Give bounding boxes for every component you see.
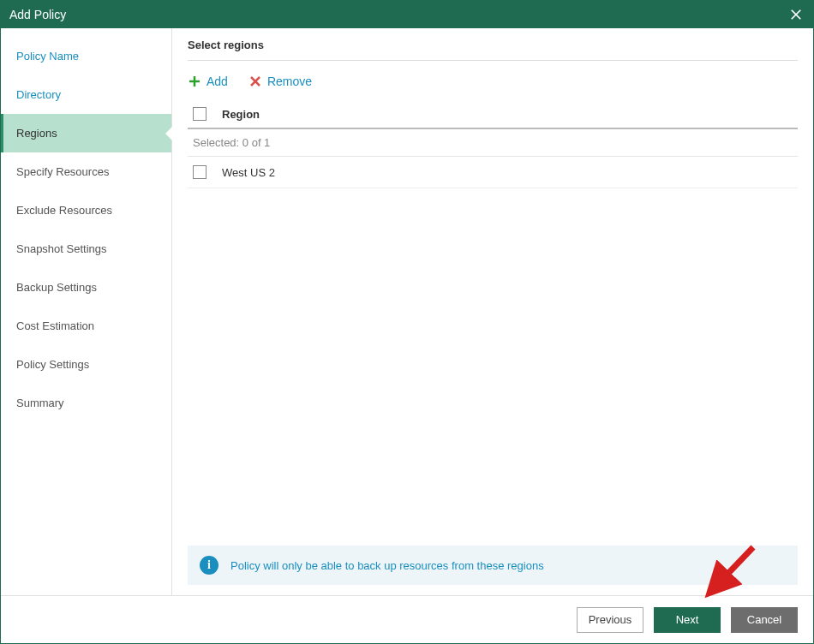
row-checkbox[interactable]: [193, 165, 206, 179]
table-row[interactable]: West US 2: [188, 157, 798, 188]
selection-count-row: Selected: 0 of 1: [188, 129, 798, 157]
toolbar: Add Remove: [188, 69, 798, 100]
section-heading: Select regions: [188, 39, 798, 61]
add-label: Add: [206, 75, 228, 88]
dialog-title: Add Policy: [9, 8, 787, 21]
select-all-checkbox[interactable]: [193, 107, 206, 121]
column-header-region: Region: [222, 108, 260, 121]
sidebar-item-policy-settings[interactable]: Policy Settings: [1, 345, 171, 384]
remove-button[interactable]: Remove: [248, 75, 312, 88]
next-button[interactable]: Next: [654, 607, 721, 633]
titlebar: Add Policy: [1, 1, 813, 28]
sidebar-item-regions[interactable]: Regions: [1, 114, 171, 152]
sidebar-item-directory[interactable]: Directory: [1, 75, 171, 114]
row-region-name: West US 2: [222, 166, 275, 179]
main-panel: Select regions Add Remove Region: [172, 28, 813, 595]
table-header: Region: [188, 100, 798, 129]
sidebar-item-specify-resources[interactable]: Specify Resources: [1, 152, 171, 191]
sidebar-item-summary[interactable]: Summary: [1, 384, 171, 422]
sidebar-item-cost-estimation[interactable]: Cost Estimation: [1, 307, 171, 345]
plus-icon: [188, 75, 201, 88]
selected-label: Selected:: [193, 136, 239, 149]
x-icon: [248, 75, 262, 88]
dialog-body: Policy NameDirectoryRegionsSpecify Resou…: [1, 28, 813, 595]
info-icon: i: [200, 556, 218, 575]
sidebar-item-backup-settings[interactable]: Backup Settings: [1, 268, 171, 307]
sidebar-item-snapshot-settings[interactable]: Snapshot Settings: [1, 230, 171, 268]
wizard-steps-sidebar: Policy NameDirectoryRegionsSpecify Resou…: [1, 28, 172, 595]
sidebar-item-policy-name[interactable]: Policy Name: [1, 37, 171, 75]
add-policy-dialog: Add Policy Policy NameDirectoryRegionsSp…: [0, 0, 814, 644]
previous-button[interactable]: Previous: [577, 607, 643, 633]
add-button[interactable]: Add: [188, 75, 228, 88]
selected-value: 0 of 1: [242, 136, 271, 149]
close-icon[interactable]: [787, 6, 805, 23]
info-bar: i Policy will only be able to back up re…: [188, 546, 798, 585]
dialog-footer: Previous Next Cancel: [1, 595, 813, 643]
info-text: Policy will only be able to back up reso…: [230, 559, 544, 572]
cancel-button[interactable]: Cancel: [731, 607, 798, 633]
sidebar-item-exclude-resources[interactable]: Exclude Resources: [1, 191, 171, 230]
remove-label: Remove: [267, 75, 312, 88]
